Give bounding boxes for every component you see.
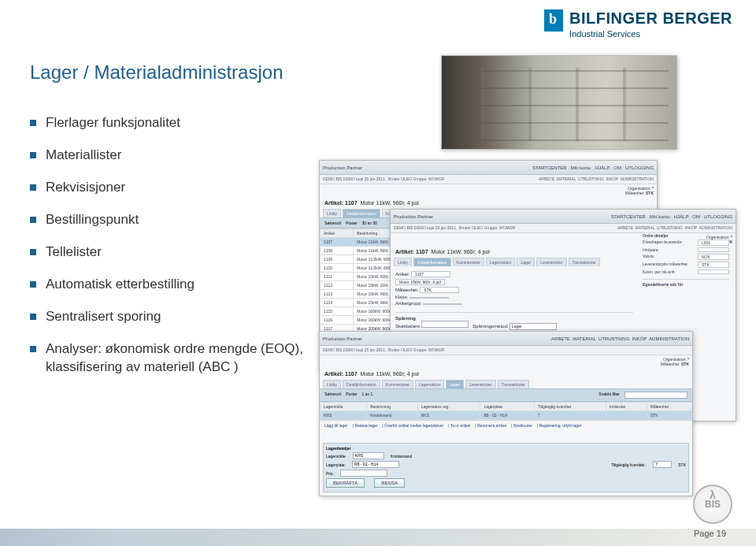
tab-suppliers[interactable]: Leverantörer [536, 258, 566, 266]
bullet-text: Flerlager funksjonalitet [46, 114, 180, 132]
stock-grid[interactable]: Lagerställe Beskrivning Lagerstatus org.… [320, 402, 692, 420]
tab-detail[interactable]: Detaljinformation [343, 209, 380, 217]
bullet-icon [30, 184, 36, 191]
bis-badge-icon: BIS [693, 485, 732, 524]
app-nav: STARTCENTER · Mitt konto · HJÄLP · OM · … [611, 214, 732, 219]
tab-stockbalance[interactable]: Lagersaldon [486, 258, 516, 266]
bullet-icon [30, 281, 36, 288]
tab-transactions[interactable]: Transaktioner [498, 380, 529, 388]
bullet-item: Materiallister [30, 147, 329, 165]
context-text: DEMO BIS DEMO kopi 25 jan 2011 , Bruker … [323, 176, 444, 181]
tab-stockbalance[interactable]: Lagersaldon [415, 380, 445, 388]
bullet-icon [30, 346, 36, 352]
admin-nav: ARBETE MATERIAL UTRUSTNING INKÖP ADMINIS… [551, 336, 689, 341]
bullet-item: Rekvisisjoner [30, 179, 329, 197]
tab-listby[interactable]: Listby [323, 209, 341, 217]
tab-suppliers[interactable]: Leverantörer [465, 380, 495, 388]
bullet-list: Flerlager funksjonalitet Materiallister … [30, 114, 329, 390]
app-panel-stock: Production Partner ARBETE MATERIAL UTRUS… [319, 331, 693, 496]
bullet-text: Sentralisert sporing [46, 308, 161, 326]
bullet-icon [30, 152, 36, 158]
admin-nav: ARBETE MATERIAL UTRUSTNING INKÖP ADMINIS… [539, 176, 654, 181]
page-number: Page 19 [694, 529, 726, 538]
table-row[interactable]: KRS Kristiansand RKS B8 - 02 - H14 7 STK [321, 411, 692, 420]
bullet-item: Flerlager funksjonalitet [30, 114, 329, 132]
tab-comments[interactable]: Kommentarer [382, 380, 413, 388]
bullet-icon [30, 217, 36, 223]
bullet-text: Analyser: økonomisk ordre mengde (EOQ), … [46, 340, 329, 377]
app-nav: STARTCENTER · Mitt konto · HJÄLP · OM · … [532, 165, 654, 170]
brand-header: BILFINGER BERGER Industrial Services [544, 9, 732, 39]
bullet-icon [30, 249, 36, 255]
brand-name: BILFINGER BERGER [569, 9, 732, 28]
clear-button[interactable]: RENSA [374, 478, 405, 488]
bullet-text: Automatisk etterbestilling [46, 276, 195, 294]
tab-transactions[interactable]: Transaktioner [569, 258, 600, 266]
tab-stock[interactable]: Lager [517, 258, 535, 266]
brand-logo-icon [544, 9, 563, 32]
confirm-button[interactable]: BEKRÄFTA [326, 478, 365, 488]
screenshot-stack: Production Partner STARTCENTER · Mitt ko… [319, 55, 732, 496]
tab-listby[interactable]: Listby [394, 258, 412, 266]
tab-detail[interactable]: Detaljinformation [413, 258, 451, 266]
bullet-item: Bestillingspunkt [30, 211, 329, 229]
app-title: Production Partner [394, 214, 433, 219]
stock-detail-form: Lagerdetaljer Lagerställe:KRSKristiansan… [323, 443, 689, 492]
tab-detail[interactable]: Detaljinformation [343, 380, 380, 388]
context-text: DEMO BIS DEMO kopi 25 jan 2011 , Bruker … [394, 225, 515, 230]
bullet-text: Tellelister [46, 243, 102, 262]
action-linkbar[interactable]: Lägg till lager| Radera lager| Överför a… [320, 420, 692, 430]
tabs[interactable]: Listby Detaljinformation Kommentarer Lag… [320, 380, 692, 388]
bullet-text: Rekvisisjoner [46, 179, 125, 197]
search-row: Søkresult Poster 1 av 1 Snabbt filter [320, 388, 692, 402]
tab-stock[interactable]: Lager [446, 380, 464, 388]
bullet-item: Analyser: økonomisk ordre mengde (EOQ), … [30, 340, 329, 377]
app-title: Production Partner [323, 336, 362, 341]
bullet-icon [30, 314, 36, 320]
bullet-text: Materiallister [46, 147, 121, 165]
context-text: DEMO BIS DEMO kopi 25 jan 2011 , Bruker … [323, 347, 444, 352]
bullet-item: Sentralisert sporing [30, 308, 329, 326]
page-title: Lager / Materialadministrasjon [30, 61, 283, 84]
app-title: Production Partner [323, 165, 362, 170]
bullet-text: Bestillingspunkt [46, 211, 139, 229]
warehouse-photo [441, 55, 677, 150]
footer-decoration [0, 529, 756, 546]
tab-comments[interactable]: Kommentarer [453, 258, 484, 266]
bullet-icon [30, 120, 36, 126]
tab-listby[interactable]: Listby [323, 380, 341, 388]
bullet-item: Tellelister [30, 243, 329, 262]
brand-subtitle: Industrial Services [569, 29, 732, 39]
bullet-item: Automatisk etterbestilling [30, 276, 329, 294]
